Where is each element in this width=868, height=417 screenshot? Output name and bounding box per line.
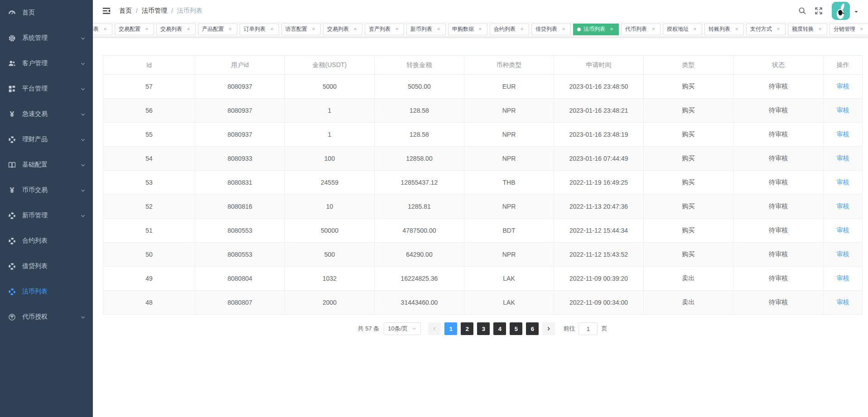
close-icon[interactable]: × [775, 26, 781, 33]
fullscreen-icon[interactable] [815, 7, 823, 15]
next-page-button[interactable] [542, 322, 555, 335]
audit-link[interactable]: 审核 [837, 82, 849, 90]
page-button-4[interactable]: 4 [493, 322, 506, 335]
close-icon[interactable]: × [185, 26, 192, 33]
tab-token-list[interactable]: 代币列表× [621, 24, 661, 35]
sidebar-item-label: 币币交易 [22, 186, 48, 194]
tab-transfer-list[interactable]: 转账列表× [704, 24, 744, 35]
caret-down-icon[interactable] [854, 8, 859, 14]
close-icon[interactable]: × [102, 26, 108, 33]
tab-order-list[interactable]: 订单列表× [240, 24, 279, 35]
sidebar-item-basic-config[interactable]: 基础配置 [0, 152, 93, 177]
tab-subscribe-data[interactable]: 申购数据× [448, 24, 487, 35]
close-icon[interactable]: × [858, 26, 865, 33]
sidebar-item-customers[interactable]: 客户管理 [0, 51, 93, 76]
chevron-down-icon [80, 35, 86, 41]
col-header-action: 操作 [824, 56, 863, 75]
tab-quota-convert[interactable]: 额度转换× [788, 24, 827, 35]
sidebar-item-label: 法币列表 [22, 288, 48, 296]
breadcrumb-section[interactable]: 法币管理 [142, 7, 167, 15]
close-icon[interactable]: × [692, 26, 698, 33]
table-row: 5380808312455912855437.12THB2022-11-19 1… [103, 171, 863, 195]
page-button-2[interactable]: 2 [461, 322, 473, 335]
close-icon[interactable]: × [519, 26, 525, 33]
page-button-5[interactable]: 5 [510, 322, 522, 335]
tab-loan-list[interactable]: 借贷列表× [531, 24, 571, 35]
tab-trade-list-2[interactable]: 交易列表× [323, 24, 362, 35]
ring-icon [8, 212, 16, 220]
tab-coin-list[interactable]: 币种列表× [93, 24, 112, 35]
page-jump-input[interactable] [579, 322, 598, 335]
audit-link[interactable]: 审核 [837, 130, 849, 138]
tab-fiat-list-active[interactable]: 法币列表× [573, 24, 619, 35]
main-area: 首页 / 法币管理 / 法币列表 [93, 0, 868, 417]
sidebar-item-wealth[interactable]: 理财产品 [0, 127, 93, 152]
tab-payment-method[interactable]: 支付方式× [746, 24, 786, 35]
avatar[interactable] [832, 2, 850, 20]
sidebar-item-fast-trade[interactable]: ¥ 急速交易 [0, 101, 93, 127]
tags-bar: 币种列表× 交易配置× 交易列表× 产品配置× 订单列表× 语言配置× 交易列表… [93, 22, 868, 37]
page-size-select[interactable]: 10条/页 [384, 322, 421, 335]
close-icon[interactable]: × [394, 26, 400, 33]
sidebar-item-label: 新币管理 [22, 211, 48, 220]
tab-language-config[interactable]: 语言配置× [281, 24, 321, 35]
tab-trade-config[interactable]: 交易配置× [115, 24, 154, 35]
audit-link[interactable]: 审核 [837, 154, 849, 162]
close-icon[interactable]: × [650, 26, 656, 33]
sidebar-item-loan-list[interactable]: 借贷列表 [0, 254, 93, 279]
page-button-3[interactable]: 3 [477, 322, 490, 335]
audit-link[interactable]: 审核 [837, 106, 849, 114]
search-icon[interactable] [798, 7, 806, 15]
page-button-1[interactable]: 1 [444, 322, 457, 335]
audit-link[interactable]: 审核 [837, 202, 849, 210]
sidebar-item-home[interactable]: 首页 [0, 0, 93, 25]
tab-distribution[interactable]: 分销管理× [829, 24, 868, 35]
ring-icon [8, 263, 16, 270]
col-header-currency: 币种类型 [464, 56, 554, 75]
tab-product-config[interactable]: 产品配置× [198, 24, 237, 35]
sidebar-item-label: 代币授权 [22, 313, 48, 321]
close-icon[interactable]: × [477, 26, 483, 33]
close-icon[interactable]: × [817, 26, 823, 33]
col-header-amount: 金额(USDT) [285, 56, 375, 75]
prev-page-button[interactable] [428, 322, 441, 335]
breadcrumb-separator: / [171, 7, 173, 14]
close-icon[interactable]: × [352, 26, 358, 33]
close-icon[interactable]: × [227, 26, 233, 33]
page-button-6[interactable]: 6 [526, 322, 539, 335]
sidebar-item-contract-list[interactable]: 合约列表 [0, 228, 93, 254]
col-header-converted: 转换金额 [375, 56, 464, 75]
close-icon[interactable]: × [310, 26, 317, 33]
tether-icon [8, 313, 16, 321]
audit-link[interactable]: 审核 [837, 274, 849, 282]
grid-icon [8, 85, 16, 93]
sidebar-item-token-auth[interactable]: 代币授权 [0, 304, 93, 330]
close-icon[interactable]: × [560, 26, 567, 33]
close-icon[interactable]: × [733, 26, 740, 33]
audit-link[interactable]: 审核 [837, 178, 849, 186]
sidebar-item-platform[interactable]: 平台管理 [0, 76, 93, 101]
tab-trade-list[interactable]: 交易列表× [156, 24, 196, 35]
tab-asset-list[interactable]: 资产列表× [365, 24, 404, 35]
table-header-row: Id 用户id 金额(USDT) 转换金额 币种类型 申请时间 类型 状态 操作 [103, 56, 863, 75]
close-icon[interactable]: × [435, 26, 442, 33]
tab-contract-list[interactable]: 合约列表× [490, 24, 529, 35]
tab-auth-address[interactable]: 授权地址× [663, 24, 702, 35]
hamburger-icon[interactable] [102, 6, 111, 15]
tab-new-coin-list[interactable]: 新币列表× [406, 24, 446, 35]
close-icon[interactable]: × [269, 26, 275, 33]
sidebar-item-new-coin[interactable]: 新币管理 [0, 203, 93, 228]
table-row: 57808093750005050.00EUR2023-01-16 23:48:… [103, 75, 863, 99]
close-icon[interactable]: × [608, 26, 615, 33]
breadcrumb-home[interactable]: 首页 [119, 7, 132, 15]
audit-link[interactable]: 审核 [837, 226, 849, 234]
sidebar-item-coin-trade[interactable]: ¥ 币币交易 [0, 177, 93, 203]
audit-link[interactable]: 审核 [837, 250, 849, 258]
navbar-right [790, 2, 859, 20]
close-icon[interactable]: × [144, 26, 150, 33]
gear-icon [8, 34, 16, 42]
audit-link[interactable]: 审核 [837, 298, 849, 306]
sidebar-item-fiat-list[interactable]: 法币列表 [0, 279, 93, 304]
sidebar-item-system[interactable]: 系统管理 [0, 25, 93, 51]
breadcrumb-current: 法币列表 [177, 7, 203, 15]
